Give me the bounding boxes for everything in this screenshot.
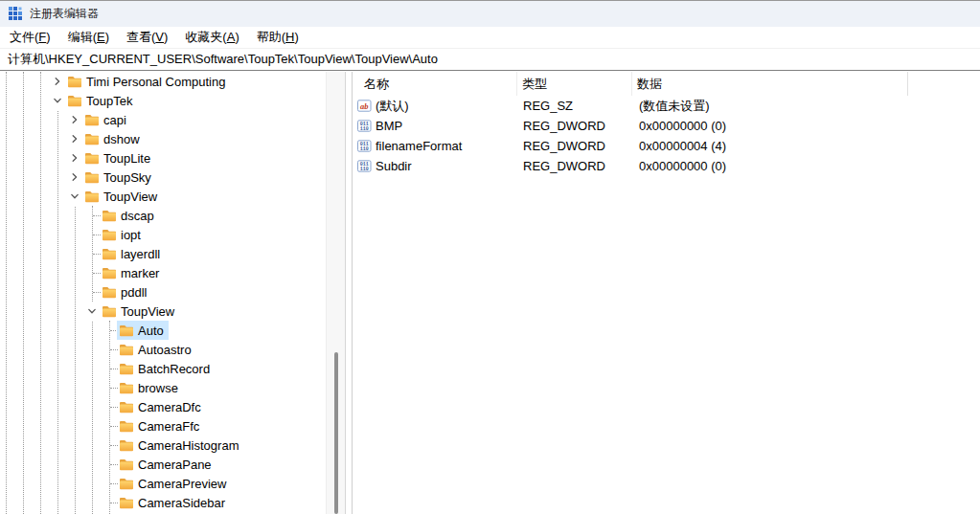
tree-item[interactable]: CameraSidebar (0, 493, 326, 512)
value-data: 0x00000000 (0) (632, 119, 908, 133)
folder-icon (119, 344, 134, 356)
chevron-right-icon[interactable] (68, 129, 81, 148)
table-row[interactable]: 011110filenameFormatREG_DWORD0x00000004 … (353, 136, 980, 156)
tree-item[interactable]: ToupView (0, 302, 326, 321)
folder-icon (102, 229, 117, 241)
tree-item-label: CameraSidebar (138, 496, 225, 510)
column-header-name[interactable]: 名称 (353, 72, 517, 96)
tree-node: Autoastro (117, 340, 196, 359)
tree-item[interactable]: ToupSky (0, 168, 326, 187)
menu-view[interactable]: 查看(V) (118, 28, 176, 48)
tree-item-label: iopt (121, 228, 141, 242)
tree-item-label: CameraFfc (138, 419, 199, 434)
tree-item[interactable]: ToupLite (0, 148, 326, 168)
tree-item-label: Autoastro (138, 343, 192, 357)
tree-item-label: dshow (103, 132, 140, 146)
tree-node: browse (117, 378, 183, 397)
chevron-right-icon[interactable] (68, 168, 81, 187)
tree-item[interactable]: dshow (0, 129, 326, 148)
tree-item-label: Timi Personal Computing (86, 75, 225, 89)
tree-item-label: browse (138, 381, 178, 395)
tree-node: ToupSky (82, 168, 156, 187)
menu-file[interactable]: 文件(F) (1, 28, 59, 48)
folder-icon (102, 286, 117, 299)
value-name: (默认) (376, 98, 409, 115)
table-row[interactable]: 011110SubdirREG_DWORD0x00000000 (0) (353, 156, 980, 176)
tree-scrollbar-thumb[interactable] (334, 352, 338, 514)
value-name-cell: 011110filenameFormat (353, 139, 517, 153)
tree-item[interactable]: pddll (0, 282, 326, 302)
chevron-right-icon[interactable] (51, 72, 64, 91)
value-data: 0x00000004 (4) (632, 139, 908, 153)
tree-item[interactable]: CameraHistogram (0, 436, 326, 455)
folder-icon (102, 210, 117, 222)
tree-item[interactable]: iopt (0, 225, 326, 244)
tree-item[interactable]: Autoastro (0, 340, 326, 359)
chevron-down-icon[interactable] (68, 187, 81, 206)
tree-item-label: ToupLite (103, 151, 150, 166)
tree-node: CameraHistogram (117, 436, 243, 455)
tree-item[interactable]: Auto (0, 321, 326, 340)
chevron-right-icon[interactable] (68, 148, 81, 168)
main-area: Timi Personal ComputingToupTekcapidshowT… (0, 72, 980, 514)
value-name-cell: ab(默认) (353, 98, 517, 115)
folder-icon (67, 76, 82, 88)
tree-item[interactable]: CameraPane (0, 455, 326, 474)
tree-item[interactable]: ToupView (0, 187, 326, 206)
table-row[interactable]: 011110BMPREG_DWORD0x00000000 (0) (353, 116, 980, 136)
tree-node: CameraPreview (117, 474, 231, 493)
tree-item-label: Auto (138, 324, 164, 338)
tree-item-label: layerdll (121, 247, 160, 261)
tree-items: Timi Personal ComputingToupTekcapidshowT… (0, 72, 326, 514)
pane-splitter[interactable] (345, 72, 353, 514)
column-header-data[interactable]: 数据 (632, 72, 908, 96)
value-data: (数值未设置) (632, 98, 908, 115)
folder-icon (84, 190, 100, 203)
tree-node: ToupLite (82, 148, 155, 168)
registry-tree-pane[interactable]: Timi Personal ComputingToupTekcapidshowT… (0, 72, 326, 514)
tree-item[interactable]: browse (0, 378, 326, 397)
folder-icon (119, 382, 134, 394)
tree-item[interactable]: dscap (0, 206, 326, 225)
tree-item-label: dscap (121, 209, 154, 223)
chevron-down-icon[interactable] (51, 91, 64, 110)
values-list-pane: 名称 类型 数据 ab(默认)REG_SZ(数值未设置)011110BMPREG… (353, 72, 980, 514)
folder-icon (102, 267, 117, 279)
svg-text:ab: ab (360, 101, 369, 111)
address-input[interactable]: 计算机\HKEY_CURRENT_USER\Software\ToupTek\T… (8, 51, 438, 68)
chevron-down-icon[interactable] (85, 302, 99, 321)
column-header-filler (908, 72, 980, 96)
tree-item[interactable]: ToupTek (0, 91, 326, 110)
column-header-type[interactable]: 类型 (517, 72, 632, 96)
menu-edit[interactable]: 编辑(E) (59, 28, 118, 48)
menu-favorites[interactable]: 收藏夹(A) (176, 28, 247, 48)
tree-node: capi (82, 110, 131, 129)
folder-icon (84, 171, 100, 184)
svg-text:110: 110 (360, 167, 369, 172)
tree-node: dshow (82, 129, 145, 148)
chevron-right-icon[interactable] (68, 110, 81, 129)
menu-help[interactable]: 帮助(H) (248, 28, 308, 48)
tree-item[interactable]: layerdll (0, 244, 326, 263)
tree-item-label: CameraDfc (138, 400, 201, 414)
tree-item[interactable]: CameraPreview (0, 474, 326, 493)
folder-icon (102, 305, 117, 318)
tree-node: CameraFfc (117, 416, 204, 436)
folder-icon (67, 95, 82, 107)
tree-item[interactable]: capi (0, 110, 326, 129)
tree-item[interactable]: CameraDfc (0, 397, 326, 416)
tree-item-label: pddll (121, 285, 147, 300)
menu-bar: 文件(F) 编辑(E) 查看(V) 收藏夹(A) 帮助(H) (0, 27, 980, 48)
value-type: REG_DWORD (517, 139, 632, 153)
table-row[interactable]: ab(默认)REG_SZ(数值未设置) (353, 96, 980, 116)
tree-item[interactable]: CameraFfc (0, 416, 326, 436)
tree-item[interactable]: BatchRecord (0, 359, 326, 378)
folder-icon (84, 133, 100, 145)
value-name: Subdir (376, 159, 412, 173)
tree-item-label: ToupView (121, 304, 174, 319)
reg-dword-icon: 011110 (357, 120, 372, 132)
tree-item[interactable]: marker (0, 263, 326, 282)
tree-scrollbar[interactable] (326, 72, 345, 514)
tree-item[interactable]: Timi Personal Computing (0, 72, 326, 91)
tree-node: CameraSidebar (117, 493, 230, 512)
